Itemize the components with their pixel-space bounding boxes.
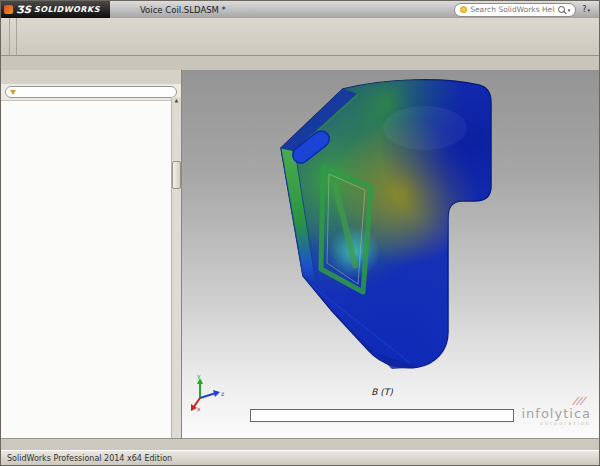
help-glyph: ? xyxy=(582,5,586,14)
solidworks-logo: ƷS SOLIDWORKS xyxy=(1,1,110,18)
ribbon-help-column xyxy=(16,18,25,55)
legend-title: B (T) xyxy=(250,387,514,397)
ribbon xyxy=(1,18,599,56)
watermark-sub: corporation xyxy=(521,421,591,426)
triad-x-label: x xyxy=(197,405,201,412)
status-edition-text: SolidWorks Professional 2014 x64 Edition xyxy=(7,454,591,463)
panel-tabs xyxy=(1,70,181,84)
app-name: SOLIDWORKS xyxy=(34,5,100,14)
help-menu-button[interactable]: ? ▾ xyxy=(582,5,590,14)
app-icon xyxy=(4,5,13,14)
feature-manager-panel: ▲ xyxy=(1,70,182,438)
document-tabs xyxy=(1,438,599,450)
update-button-stack xyxy=(9,18,16,55)
search-input[interactable]: Search SolidWorks Help xyxy=(470,5,554,14)
model-3d-render[interactable] xyxy=(182,70,599,438)
triad-y-label: y xyxy=(197,372,201,380)
search-icon[interactable] xyxy=(558,6,565,13)
study-tree xyxy=(1,101,181,438)
scrollbar-thumb[interactable] xyxy=(172,161,181,189)
help-dropdown-icon: ▾ xyxy=(587,7,590,13)
legend-ticks xyxy=(250,398,514,409)
tree-scrollbar[interactable]: ▲ xyxy=(171,97,181,438)
title-bar: ƷS SOLIDWORKS Voice Coil.SLDASM * Search… xyxy=(1,1,599,18)
solidworks-window: ƷS SOLIDWORKS Voice Coil.SLDASM * Search… xyxy=(0,0,600,466)
tree-filter-input[interactable] xyxy=(5,86,177,98)
tree-filter-row xyxy=(1,84,181,101)
field-legend: B (T) xyxy=(250,387,514,422)
scroll-up-icon[interactable]: ▲ xyxy=(175,97,179,103)
main-area: ▲ xyxy=(1,70,599,438)
legend-colorbar xyxy=(250,409,514,422)
logo-mark: ƷS xyxy=(16,4,31,15)
orientation-triad: y z x xyxy=(188,372,226,412)
graphics-viewport[interactable]: y z x B (T) /// infolytica corporation xyxy=(182,70,599,438)
triad-z-label: z xyxy=(221,390,224,397)
search-box[interactable]: Search SolidWorks Help ▾ xyxy=(454,3,576,17)
command-manager-tabs xyxy=(1,56,599,70)
watermark-slashes: /// xyxy=(572,396,588,406)
infolytica-watermark: /// infolytica corporation xyxy=(521,391,591,426)
filter-icon xyxy=(10,90,16,95)
search-dropdown-icon[interactable]: ▾ xyxy=(568,7,571,13)
document-title: Voice Coil.SLDASM * xyxy=(140,5,226,15)
watermark-name: infolytica xyxy=(521,407,591,420)
status-bar: SolidWorks Professional 2014 x64 Edition xyxy=(1,450,599,465)
search-logo-icon xyxy=(460,6,467,13)
